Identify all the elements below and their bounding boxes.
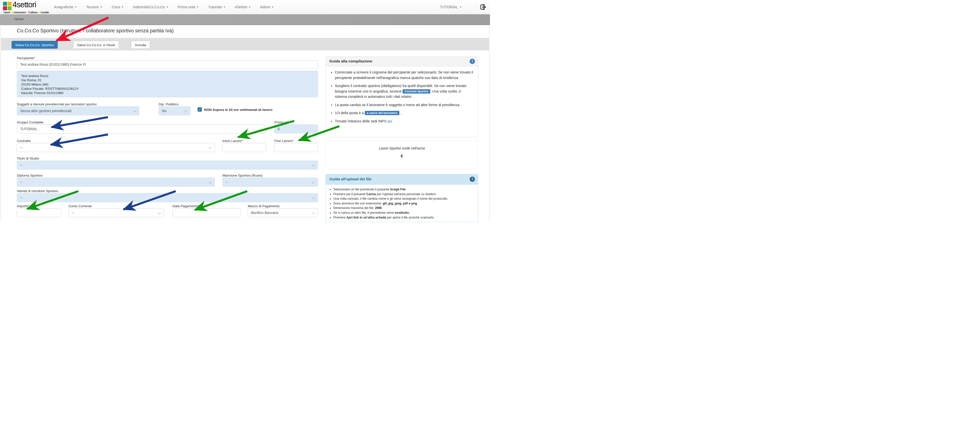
top-navbar: 4settori Sport - Benessere - Cultura - S… <box>0 0 490 14</box>
chevron-down-icon: ▼ <box>75 6 77 8</box>
logo-square-crimson <box>3 6 7 10</box>
mezzo-pagamento-select[interactable]: Bonifico Bancario <box>248 208 318 217</box>
guide-upload-panel: Guida all'upload dei file ! Selezionare … <box>326 174 478 222</box>
user-menu-tutorial[interactable]: TUTORIAL▼ <box>440 0 462 14</box>
chevron-down-icon <box>312 196 315 199</box>
chevron-down-icon <box>158 211 161 214</box>
logout-icon[interactable] <box>479 3 487 11</box>
guide-upload-body: Selezionare un file premendo il pulsante… <box>326 185 478 220</box>
nav-item-anagrafiche[interactable]: Anagrafiche▼ <box>54 5 77 9</box>
lavori-sportivi-amount: € <box>326 154 478 159</box>
non-supera-24h-checkbox[interactable]: ✓ <box>197 107 202 112</box>
brand-wordmark[interactable]: 4settori <box>13 0 36 9</box>
chevron-down-icon <box>208 180 212 184</box>
nav-item-tutorials[interactable]: Tutorials▼ <box>208 5 226 9</box>
diploma-sportivo-label: Diploma Sportivo <box>17 174 43 178</box>
main-nav: Anagrafiche▼ Tessere▼ Corsi▼ Indennità/C… <box>54 0 274 14</box>
nav-item-admin[interactable]: Admin▼ <box>260 5 274 9</box>
chevron-down-icon: ▼ <box>460 6 462 8</box>
guide-compilazione-body: Cominciate a scrivere il cognome del per… <box>326 66 478 124</box>
nav-item-4settori[interactable]: 4Settori▼ <box>235 5 251 9</box>
recipient-birth: Nascita: Firenze 01/01/1980 <box>21 91 314 95</box>
conto-corrente-select[interactable]: -- <box>68 208 164 217</box>
data-pagamento-label: Data Pagamento* <box>172 204 199 208</box>
percipiente-input[interactable]: Test andrea Rossi (01/01/1980) Firenze F… <box>17 60 318 69</box>
guide-bullet: 1/3 della quota è a a carico del lavorat… <box>335 110 473 116</box>
dip-pubblico-select[interactable]: No <box>159 106 190 116</box>
mezzo-pagamento-label: Mezzo di Pagamento <box>248 204 280 208</box>
guide-compilazione-panel: Guida alla compilazione ! Cominciate a s… <box>326 56 478 137</box>
conto-corrente-label: Conto Corrente <box>68 204 92 208</box>
fine-lavoro-input[interactable] <box>274 143 318 152</box>
inline-link[interactable]: qui <box>387 119 392 123</box>
guide-upload-header: Guida all'upload dei file ! <box>326 174 478 185</box>
dip-pubblico-label: Dip. Pubblico <box>159 102 179 106</box>
chevron-down-icon: ▼ <box>272 6 274 8</box>
mansione-sportiva-label: Mansione Sportiva (Ruolo) <box>223 174 262 178</box>
cancel-button[interactable]: Annulla <box>131 41 150 49</box>
nav-item-prima-nota[interactable]: Prima nota▼ <box>178 5 199 9</box>
chevron-down-icon: ▼ <box>197 6 199 8</box>
chevron-down-icon: ▼ <box>223 6 226 8</box>
guide-upload-title: Guida all'upload dei file <box>329 177 372 181</box>
save-cococo-sportivo-button[interactable]: Salva Co.Co.Co. Sportivo <box>11 41 58 49</box>
importo-label: Importo* <box>17 204 30 208</box>
recipient-address: Via Roma, 01 <box>21 78 314 82</box>
recipient-info-box: Test andrea Rossi Via Roma, 01 20100 Mil… <box>17 71 318 97</box>
contratto-label: Contratto <box>17 139 31 143</box>
data-pagamento-input[interactable] <box>172 208 241 217</box>
titolo-studio-select[interactable]: -- <box>17 160 318 170</box>
guide-bullet: Cominciate a scrivere il cognome del per… <box>335 70 473 81</box>
nav-item-tessere[interactable]: Tessere▼ <box>86 5 102 9</box>
info-icon: ! <box>470 177 475 182</box>
brand-tagline: Sport - Benessere - Cultura - Sociale <box>3 11 49 14</box>
chevron-down-icon: ▼ <box>121 6 124 8</box>
guide-bullet: Premere poi il pulsante Carica per l'upl… <box>333 192 474 197</box>
gruppo-contabile-select[interactable]: TUTORIAL <box>17 124 266 133</box>
recipient-name: Test andrea Rossi <box>21 74 314 78</box>
guide-bullet: Selezionare un file premendo il pulsante… <box>333 187 474 192</box>
chevron-down-icon <box>312 180 315 184</box>
logo-square-green <box>8 6 11 10</box>
guide-compilazione-title: Guida alla compilazione <box>329 59 372 63</box>
attivita-istruttore-select[interactable]: -- <box>17 193 318 202</box>
badge[interactable]: Contratti Sportivi <box>402 89 430 94</box>
logo-square-teal <box>3 2 7 6</box>
chevron-down-icon: ▼ <box>100 6 102 8</box>
badge[interactable]: a carico del lavoratore <box>365 111 399 115</box>
importo-input[interactable] <box>17 208 61 217</box>
guide-bullet: Dimensione massima del file: 2MB <box>333 206 474 211</box>
soggetti-select[interactable]: Senza altre gestioni previdenziali <box>17 106 139 116</box>
page-title: Co.Co.Co Sportivo (Istruttore / collabor… <box>17 28 174 33</box>
protocollo-label: Protocollo <box>274 121 290 124</box>
contratto-select[interactable]: -- <box>17 143 215 152</box>
nav-item-corsi[interactable]: Corsi▼ <box>112 5 124 9</box>
breadcrumb <box>0 14 490 25</box>
chevron-down-icon <box>312 211 315 214</box>
breadcrumb-home-link[interactable]: Home <box>14 17 24 21</box>
guide-bullet: Se si carica un altro file, il precedent… <box>333 211 474 215</box>
inizio-lavoro-input[interactable] <box>223 143 266 152</box>
guide-bullet: Trovate l'eleanco delle sedi INPS qui <box>335 119 473 124</box>
guide-bullet: La quota cambia se il lavoratore è sogge… <box>335 102 473 108</box>
lavori-sportivi-card: Lavori Sportivi svolti nell'anno € <box>326 141 478 168</box>
chevron-down-icon <box>208 146 212 149</box>
save-and-close-button[interactable]: Salva Co.Co.Co. e chiudi <box>73 41 119 49</box>
diploma-sportivo-select[interactable]: -- <box>17 178 215 187</box>
brand-logo-icon <box>3 2 11 10</box>
gruppo-contabile-label: Gruppo Contabile <box>17 121 43 124</box>
info-icon: ! <box>470 59 475 64</box>
guide-bullet: Una volta caricato, il file cambia nome … <box>333 197 474 201</box>
recipient-city: 20100 Milano (MI) <box>21 82 314 87</box>
logo-square-yellow <box>8 2 11 6</box>
mansione-sportiva-select[interactable]: -- <box>223 178 318 187</box>
chevron-down-icon: ▼ <box>166 6 169 8</box>
titolo-studio-label: Titolo di Studio <box>17 157 39 160</box>
recipient-fiscal-code: Codice Fiscale: RSSTTN80A01D612Y <box>21 87 314 91</box>
chevron-down-icon: ▼ <box>248 6 251 8</box>
chevron-down-icon <box>184 109 187 113</box>
nav-item-indennita-cococo[interactable]: Indennità/Co.Co.Co▼ <box>133 5 169 9</box>
inizio-lavoro-label: Inizio Lavoro* <box>223 139 243 143</box>
guide-compilazione-list: Cominciate a scrivere il cognome del per… <box>329 70 473 124</box>
chevron-down-icon <box>259 127 262 130</box>
